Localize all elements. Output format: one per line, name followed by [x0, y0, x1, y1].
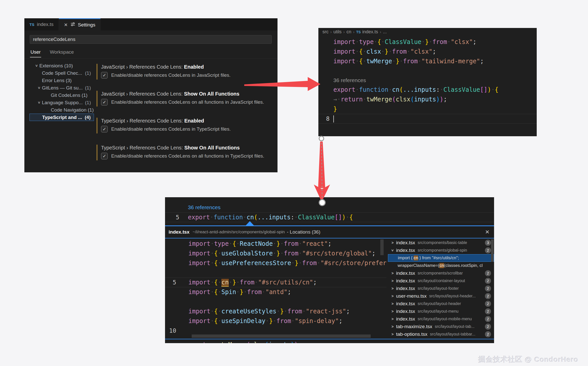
chevron-right-icon[interactable]: > [390, 294, 395, 298]
breadcrumb-item[interactable]: src [322, 29, 329, 34]
chevron-right-icon[interactable]: > [390, 332, 395, 336]
code-line[interactable]: →·return·twMerge(clsx(inputs)); [318, 95, 537, 104]
code-line[interactable]: } [318, 104, 537, 114]
code-line[interactable]: import·{·useSpinDelay·}·from·"spin-delay… [165, 316, 386, 326]
code-line[interactable]: ··return·twMerge(clsx(inputs)); [165, 340, 494, 343]
code-line[interactable]: import·{·clsx·}·from·"clsx"; [318, 47, 537, 56]
code-line[interactable]: import·type·{·ReactNode·}·from·"react"; [165, 239, 386, 249]
reference-file-name: index.tsx [396, 301, 415, 307]
chevron-down-icon[interactable]: > [35, 63, 39, 69]
code-line[interactable] [165, 268, 386, 278]
scope-tab-user[interactable]: User [30, 49, 41, 57]
typescript-file-icon: TS [29, 22, 34, 27]
chevron-right-icon[interactable]: > [390, 286, 395, 291]
chevron-right-icon[interactable]: > [390, 317, 395, 321]
peek-title-path: ~/i/react-antd-admin/src/components/glob… [192, 230, 285, 235]
chevron-down-icon[interactable]: > [37, 100, 41, 105]
modified-indicator [96, 91, 97, 106]
chevron-down-icon[interactable]: > [37, 85, 41, 91]
peek-code-editor[interactable]: import·type·{·ReactNode·}·from·"react";i… [165, 239, 386, 336]
list-scrollbar[interactable] [491, 239, 494, 262]
checkbox[interactable]: ✓ [101, 99, 108, 105]
codelens-link[interactable]: 36 references [318, 76, 537, 85]
codelens-link[interactable]: 36 references [165, 203, 494, 212]
breadcrumb-item[interactable]: index.ts [362, 29, 378, 34]
checkbox[interactable]: ✓ [101, 153, 108, 159]
code-line[interactable] [165, 297, 386, 307]
setting-item: TypeScript › References Code Lens: Show … [96, 144, 274, 159]
code-line[interactable]: 8 [318, 114, 537, 124]
reference-file-name: tab-options.tsx [396, 331, 428, 337]
tab-index-ts[interactable]: TS index.ts [24, 18, 59, 30]
reference-file-row[interactable]: >index.tsxsrc/layout/layout-mobile-menu2 [388, 315, 494, 323]
reference-file-row[interactable]: >tab-maximize.tsxsrc/layout/layout-tab..… [388, 323, 494, 330]
close-icon[interactable]: ✕ [64, 22, 68, 28]
setting-description: Enable/disable references CodeLens in Ja… [111, 72, 231, 78]
reference-file-row[interactable]: >index.tsxsrc/components/global-spin2 [388, 247, 494, 254]
code-line[interactable]: 10 [165, 326, 386, 336]
toc-item-gitlens-git-su-[interactable]: >GitLens — Git su...(1) [29, 84, 94, 92]
setting-title: TypeScript › References Code Lens: Enabl… [101, 117, 274, 125]
chevron-right-icon[interactable]: > [390, 241, 395, 245]
horizontal-scrollbar[interactable] [192, 334, 371, 338]
chevron-down-icon[interactable]: > [390, 248, 395, 253]
reference-match-row[interactable]: wrapperClassName={cn(classes.rootSpin, c… [388, 262, 494, 269]
reference-file-row[interactable]: >index.tsxsrc/layout/layout-header2 [388, 300, 494, 308]
code-line[interactable]: import·{·usePreferencesStore·}·from·"#sr… [165, 258, 386, 268]
checkbox[interactable]: ✓ [101, 126, 108, 132]
peek-close-icon[interactable]: ✕ [481, 229, 489, 235]
toc-item-label: TypeScript and ... [42, 115, 82, 120]
toc-item-code-navigation-[interactable]: Code Navigation (1) [29, 106, 94, 114]
line-number: 8 [320, 114, 330, 124]
breadcrumb-item[interactable]: cn [347, 29, 351, 34]
reference-file-row[interactable]: >user-menu.tsxsrc/layout/layout-header..… [388, 292, 494, 300]
setting-item: JavaScript › References Code Lens: Enabl… [96, 63, 274, 79]
reference-file-path: src/components/basic-table [418, 240, 483, 245]
code-line[interactable]: import·{·twMerge·}·from·"tailwind-merge"… [318, 56, 537, 66]
setting-description: Enable/disable references CodeLens on al… [111, 99, 264, 105]
scope-tab-workspace[interactable]: Workspace [50, 49, 74, 57]
code-line[interactable]: 5import·{·cn·}·from·"#src/utils/cn"; [165, 278, 386, 287]
setting-item: JavaScript › References Code Lens: Show … [96, 90, 274, 105]
reference-file-path: src/layout/layout-tabbar... [430, 332, 483, 337]
toc-item-error-lens-[interactable]: Error Lens (3) [29, 77, 94, 84]
reference-file-row[interactable]: >index.tsxsrc/layout/container-layout2 [388, 277, 494, 285]
toc-item-extensions-[interactable]: >Extensions (10) [29, 62, 94, 69]
settings-search-input[interactable] [30, 35, 271, 43]
vertical-scrollbar[interactable] [380, 239, 384, 255]
toc-item-language-suppo-[interactable]: >Language Suppo...(1) [29, 99, 94, 106]
checkbox[interactable]: ✓ [101, 72, 108, 79]
chevron-right-icon[interactable]: > [390, 271, 395, 275]
editor-code-area[interactable]: 36 references5export·function·cn(...inpu… [165, 203, 494, 222]
editor-code-area[interactable]: import·type·{·ClassValue·}·from·"clsx";i… [318, 37, 537, 124]
toc-item-typescript-and-[interactable]: TypeScript and ...(4) [29, 114, 94, 121]
reference-file-row[interactable]: >index.tsxsrc/layout/layout-menu2 [388, 308, 494, 315]
code-line[interactable]: import·{·createUseStyles·}·from·"react-j… [165, 307, 386, 316]
reference-file-name: index.tsx [396, 278, 415, 284]
code-line[interactable]: 5export·function·cn(...inputs:·ClassValu… [165, 212, 494, 222]
reference-file-row[interactable]: >tab-options.tsxsrc/layout/layout-tabbar… [388, 330, 494, 338]
reference-file-row[interactable]: >index.tsxsrc/components/basic-table3 [388, 239, 494, 247]
code-line[interactable] [318, 66, 537, 76]
tab-settings[interactable]: ✕ Settings [59, 18, 101, 30]
breadcrumb-item[interactable]: utils [333, 29, 341, 34]
code-line[interactable]: export·function·cn(...inputs:·ClassValue… [318, 85, 537, 95]
setting-title: TypeScript › References Code Lens: Show … [101, 144, 274, 151]
breadcrumb-item[interactable]: ... [383, 29, 387, 34]
chevron-right-icon[interactable]: > [390, 325, 395, 329]
toc-item-git-codelens-[interactable]: Git CodeLens (1) [29, 92, 94, 99]
chevron-right-icon[interactable]: > [390, 302, 395, 306]
reference-file-row[interactable]: >index.tsxsrc/layout/layout-footer2 [388, 285, 494, 292]
code-line[interactable]: import·{·useGlobalStore·}·from·"#src/sto… [165, 249, 386, 258]
reference-match-row[interactable]: import { cn } from "#src/utils/cn"; [388, 254, 494, 262]
toc-item-code-spell-chec-[interactable]: Code Spell Chec...(1) [29, 69, 94, 77]
chevron-right-icon[interactable]: > [390, 279, 395, 283]
breadcrumb[interactable]: src›utils›cn›TSindex.ts›... [318, 28, 537, 36]
code-line[interactable]: import·type·{·ClassValue·}·from·"clsx"; [318, 37, 537, 47]
setting-description: Enable/disable references CodeLens on al… [111, 153, 264, 159]
chevron-right-icon[interactable]: > [390, 309, 395, 313]
reference-file-path: src/layout/layout-header [418, 301, 483, 306]
reference-file-row[interactable]: >index.tsxsrc/components/scrollbar2 [388, 269, 494, 277]
reference-file-path: src/layout/layout-tab... [435, 324, 483, 329]
code-line[interactable]: import·{·Spin·}·from·"antd"; [165, 287, 386, 297]
